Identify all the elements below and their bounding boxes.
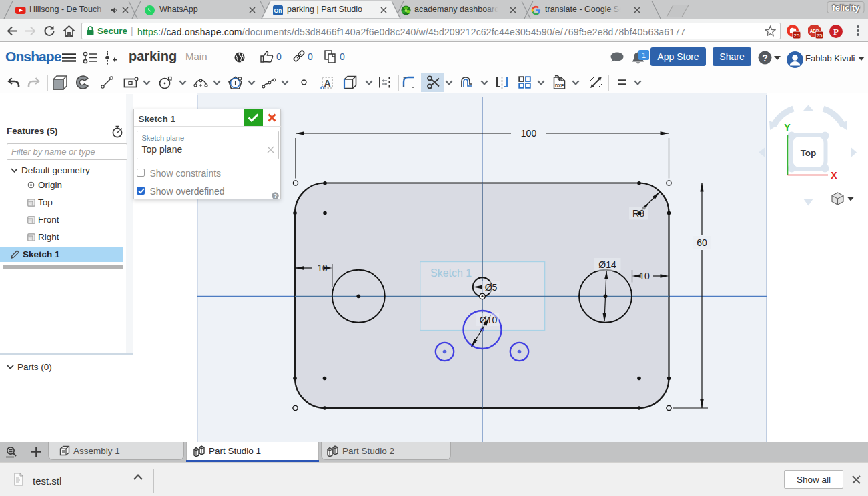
svg-text:On: On xyxy=(274,7,282,14)
svg-text:100: 100 xyxy=(521,128,537,139)
svg-text:X: X xyxy=(831,170,837,181)
svg-text:DXF: DXF xyxy=(555,83,564,88)
svg-text:10: 10 xyxy=(639,271,650,281)
svg-text:Y: Y xyxy=(784,122,791,133)
svg-text:Ø14: Ø14 xyxy=(598,259,616,270)
svg-text:?: ? xyxy=(273,193,276,199)
svg-text:1: 1 xyxy=(642,51,646,59)
svg-text:10: 10 xyxy=(317,263,328,273)
svg-text:A: A xyxy=(324,77,330,88)
svg-text:Top: Top xyxy=(801,148,817,158)
svg-text:60: 60 xyxy=(697,237,707,248)
svg-text:Ø5: Ø5 xyxy=(485,282,498,293)
svg-text:Sketch 1: Sketch 1 xyxy=(430,267,472,279)
svg-text:25: 25 xyxy=(817,33,823,39)
svg-text:25: 25 xyxy=(794,33,800,39)
svg-text:?: ? xyxy=(762,53,768,63)
svg-text:P: P xyxy=(833,27,839,37)
